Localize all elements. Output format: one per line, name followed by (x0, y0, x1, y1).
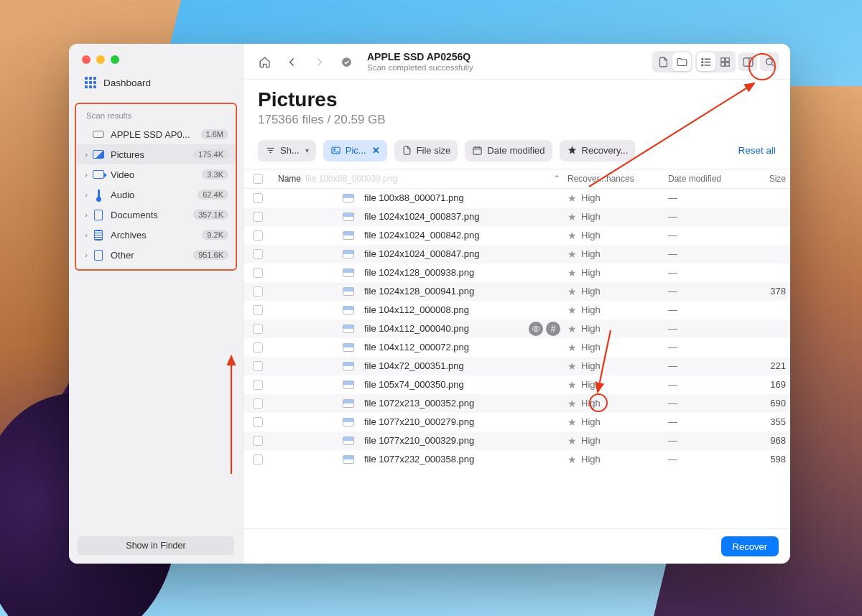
row-checkbox[interactable] (253, 324, 263, 334)
row-checkbox[interactable] (253, 230, 263, 241)
show-in-finder-button[interactable]: Show in Finder (78, 536, 234, 555)
recovery-chance: High (581, 323, 601, 334)
clear-filter-icon[interactable]: ✕ (372, 145, 380, 156)
star-icon: ★ (567, 304, 577, 316)
table-row[interactable]: file 104x112_000040.png#★High— (244, 319, 790, 338)
svg-point-9 (766, 58, 772, 65)
sidebar-item-documents[interactable]: ›Documents357.1K (76, 205, 236, 225)
star-icon: ★ (567, 267, 577, 279)
table-row[interactable]: file 1024x1024_000842.png#★High— (244, 226, 790, 245)
column-date[interactable]: Date modified (668, 174, 747, 184)
row-checkbox[interactable] (253, 398, 263, 409)
svg-rect-4 (720, 58, 724, 62)
device-row[interactable]: APPLE SSD AP0... 1.6M (76, 124, 236, 144)
table-row[interactable]: file 104x112_000008.png#★High— (244, 301, 790, 319)
sidebar-item-pictures[interactable]: ›Pictures175.4K (76, 144, 236, 164)
dashboard-nav[interactable]: Dashboard (69, 64, 243, 98)
row-checkbox[interactable] (253, 342, 263, 353)
sidebar-item-audio[interactable]: ›Audio62.4K (76, 185, 236, 205)
table-row[interactable]: file 105x74_000350.png#★High—169 (244, 375, 790, 394)
search-button[interactable] (760, 52, 779, 71)
table-row[interactable]: file 1024x1024_000837.png#★High— (244, 207, 790, 226)
row-checkbox[interactable] (253, 268, 263, 278)
other-icon (92, 248, 105, 261)
nav-back-button[interactable] (282, 52, 301, 71)
table-row[interactable]: file 1077x210_000279.png#★High—355 (244, 413, 790, 431)
table-row[interactable]: file 1024x1024_000847.png#★High— (244, 245, 790, 263)
date-modified: — (668, 230, 747, 241)
chevron-right-icon: › (82, 190, 91, 199)
sidebar-item-label: Video (111, 169, 134, 180)
star-icon: ★ (567, 342, 577, 353)
sidebar-item-count: 9.2K (202, 230, 228, 240)
filter-size[interactable]: File size (394, 140, 458, 162)
row-checkbox[interactable] (253, 380, 263, 390)
recovery-chance: High (581, 230, 601, 241)
table-row[interactable]: file 1024x128_000938.png#★High— (244, 263, 790, 282)
chevron-down-icon: ▾ (305, 146, 309, 154)
row-checkbox[interactable] (253, 286, 263, 297)
svg-rect-7 (726, 62, 729, 66)
hex-icon[interactable]: # (546, 322, 560, 336)
row-checkbox[interactable] (253, 193, 263, 203)
minimize-button[interactable] (96, 55, 105, 64)
table-row[interactable]: file 1072x213_000352.png#★High—690 (244, 394, 790, 413)
file-size: 690 (747, 398, 790, 409)
row-checkbox[interactable] (253, 417, 263, 427)
file-name: file 1077x210_000279.png (364, 416, 567, 427)
row-checkbox[interactable] (253, 436, 263, 446)
table-row[interactable]: file 1077x232_000358.png#★High—598 (244, 450, 790, 469)
home-button[interactable] (255, 52, 274, 71)
table-row[interactable]: file 104x72_000351.png#★High—221 (244, 357, 790, 375)
recover-button[interactable]: Recover (721, 536, 779, 556)
close-button[interactable] (82, 55, 91, 64)
table-row[interactable]: file 104x112_000072.png#★High— (244, 338, 790, 357)
file-size: 968 (747, 435, 790, 446)
dashboard-label: Dashboard (103, 78, 151, 88)
recovery-chance: High (581, 379, 601, 390)
file-name: file 104x112_000072.png (364, 342, 567, 353)
sidebar-item-label: Other (111, 250, 134, 261)
preview-icon[interactable] (529, 322, 543, 336)
sidebar-item-other[interactable]: ›Other951.6K (76, 245, 236, 265)
ghost-filename: file 100x88_000039.png (305, 174, 397, 184)
view-folders-button[interactable] (672, 52, 691, 71)
sidebar-item-label: Archives (111, 230, 147, 241)
filter-type-active[interactable]: Pic... ✕ (323, 140, 387, 162)
sidebar-item-label: Pictures (111, 149, 144, 160)
row-checkbox[interactable] (253, 361, 263, 371)
recovery-chance: High (581, 192, 601, 203)
view-list-button[interactable] (697, 52, 715, 71)
row-checkbox[interactable] (253, 249, 263, 259)
view-files-button[interactable] (654, 52, 672, 71)
svg-point-1 (701, 58, 703, 60)
table-row[interactable]: file 100x88_000071.png#★High— (244, 189, 790, 207)
table-row[interactable]: file 1024x128_000941.png#★High—378 (244, 282, 790, 301)
column-name[interactable]: Name file 100x88_000039.png ⌃ (272, 174, 567, 184)
row-checkbox[interactable] (253, 212, 263, 222)
filter-recovery[interactable]: Recovery... (560, 140, 636, 162)
filter-show[interactable]: Sh... ▾ (258, 140, 316, 162)
toggle-preview-button[interactable] (738, 52, 757, 71)
column-size[interactable]: Size (747, 174, 790, 184)
star-icon: ★ (567, 248, 577, 260)
file-name: file 104x72_000351.png (364, 360, 567, 371)
column-recovery[interactable]: Recover...hances (567, 174, 668, 184)
reset-filters-link[interactable]: Reset all (738, 145, 776, 156)
sidebar-item-archives[interactable]: ›Archives9.2K (76, 225, 236, 245)
select-all-checkbox[interactable] (253, 174, 263, 184)
view-grid-button[interactable] (715, 52, 734, 71)
filter-date[interactable]: Date modified (465, 140, 552, 162)
nav-forward-button[interactable] (310, 52, 328, 71)
file-size: 221 (747, 360, 790, 371)
sidebar-item-video[interactable]: ›Video3.3K (76, 164, 236, 185)
status-ok-icon (337, 52, 356, 71)
file-size: 598 (747, 454, 790, 465)
file-thumb-icon (343, 325, 354, 333)
device-count: 1.6M (201, 129, 228, 139)
maximize-button[interactable] (111, 55, 119, 64)
row-checkbox[interactable] (253, 454, 263, 465)
file-thumb-icon (343, 269, 354, 277)
table-row[interactable]: file 1077x210_000329.png#★High—968 (244, 431, 790, 450)
row-checkbox[interactable] (253, 305, 263, 315)
